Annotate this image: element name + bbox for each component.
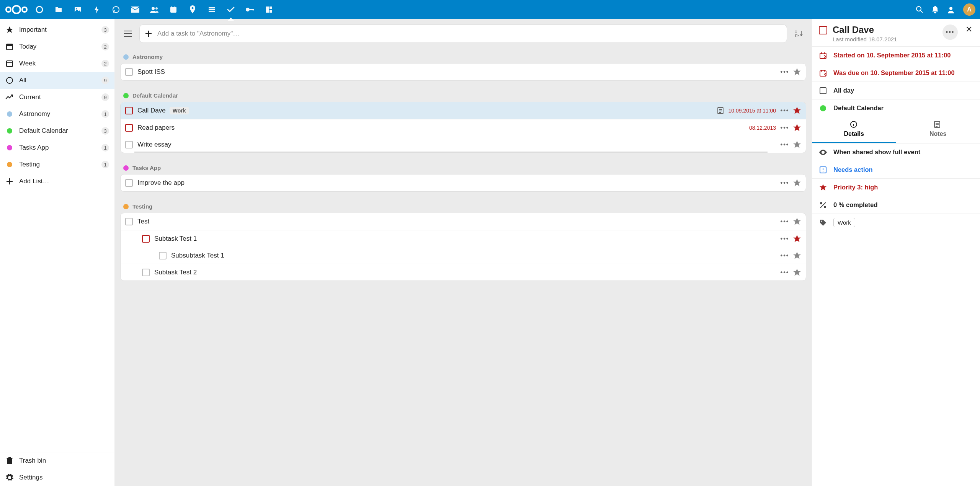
sidebar-all[interactable]: All 9 <box>0 72 114 89</box>
detail-checkbox[interactable] <box>819 26 827 34</box>
task-checkbox[interactable] <box>142 235 150 243</box>
task-row[interactable]: Subtask Test 2••• <box>121 264 806 281</box>
svg-rect-27 <box>7 44 13 46</box>
task-more-icon[interactable]: ••• <box>779 269 791 276</box>
tab-notes[interactable]: Notes <box>896 117 980 143</box>
sidebar-add-list[interactable]: Add List… <box>0 173 114 190</box>
notifications-icon[interactable] <box>932 6 939 13</box>
task-star-icon[interactable] <box>791 140 804 149</box>
task-more-icon[interactable]: ••• <box>779 179 791 186</box>
task-star-icon[interactable] <box>791 124 804 132</box>
sidebar-list-testing[interactable]: Testing 1 <box>0 156 114 173</box>
task-more-icon[interactable]: ••• <box>779 68 791 75</box>
sidebar-today[interactable]: Today 2 <box>0 38 114 55</box>
search-icon[interactable] <box>916 6 923 13</box>
sort-icon[interactable]: AZ <box>791 26 806 41</box>
mail-icon[interactable] <box>131 5 139 14</box>
task-star-icon[interactable] <box>791 235 804 243</box>
task-row[interactable]: Test••• <box>121 213 806 230</box>
task-checkbox[interactable] <box>125 107 133 114</box>
files-icon[interactable] <box>54 5 63 14</box>
task-checkbox[interactable] <box>142 269 150 276</box>
task-row[interactable]: Subsubtask Test 1••• <box>121 247 806 264</box>
detail-start-row[interactable]: Started on 10. September 2015 at 11:00 <box>812 46 980 64</box>
sidebar-important[interactable]: Important 3 <box>0 21 114 38</box>
detail-tags-row[interactable]: Work <box>812 214 980 231</box>
sidebar-list-astronomy[interactable]: Astronomy 1 <box>0 106 114 122</box>
detail-share-row[interactable]: When shared show full event <box>812 143 980 161</box>
svg-point-41 <box>821 220 822 222</box>
task-checkbox[interactable] <box>125 68 133 76</box>
contacts-icon[interactable] <box>150 5 158 14</box>
nextcloud-logo[interactable] <box>5 3 28 16</box>
task-row[interactable]: Call Dave Work10.09.2015 at 11:00••• <box>121 102 806 119</box>
sidebar-current[interactable]: Current 9 <box>0 89 114 106</box>
sidebar-week[interactable]: Week 2 <box>0 55 114 72</box>
task-more-icon[interactable]: ••• <box>779 235 791 242</box>
detail-calendar-row[interactable]: Default Calendar <box>812 99 980 117</box>
tasks-icon[interactable] <box>227 5 235 14</box>
group-name: Astronomy <box>132 54 163 60</box>
sidebar-list-tasksapp[interactable]: Tasks App 1 <box>0 139 114 156</box>
task-star-icon[interactable] <box>791 268 804 277</box>
sidebar-label: Settings <box>19 474 109 481</box>
detail-status-row[interactable]: Needs action <box>812 161 980 178</box>
contacts-menu-icon[interactable] <box>947 6 955 13</box>
task-star-icon[interactable] <box>791 251 804 260</box>
group-header[interactable]: Astronomy <box>120 54 806 63</box>
sidebar-list-default[interactable]: Default Calendar 3 <box>0 122 114 139</box>
calendar-icon[interactable] <box>169 5 178 14</box>
photos-icon[interactable] <box>74 5 82 14</box>
task-row[interactable]: Subtask Test 1••• <box>121 230 806 247</box>
add-task-input[interactable] <box>157 30 781 38</box>
dashboard-icon[interactable] <box>35 5 44 14</box>
task-star-icon[interactable] <box>791 106 804 115</box>
group-header[interactable]: Tasks App <box>120 165 806 174</box>
deck-icon[interactable] <box>207 5 216 14</box>
task-more-icon[interactable]: ••• <box>779 124 791 131</box>
svg-point-3 <box>36 7 42 13</box>
more-app-icon[interactable] <box>265 5 273 14</box>
task-checkbox[interactable] <box>125 179 133 187</box>
detail-more-button[interactable]: ••• <box>942 24 958 40</box>
task-row[interactable]: Write essay••• <box>121 136 806 153</box>
detail-tag-chip[interactable]: Work <box>833 218 855 227</box>
tab-details[interactable]: Details <box>812 117 896 143</box>
task-star-icon[interactable] <box>791 217 804 226</box>
sidebar-trash[interactable]: Trash bin <box>0 452 114 469</box>
task-row[interactable]: Spott ISS••• <box>121 64 806 80</box>
task-checkbox[interactable] <box>125 141 133 148</box>
activity-icon[interactable] <box>93 5 101 14</box>
hamburger-icon[interactable] <box>120 26 136 41</box>
detail-priority-row[interactable]: Priority 3: high <box>812 178 980 196</box>
task-checkbox[interactable] <box>125 124 133 132</box>
group-header[interactable]: Testing <box>120 203 806 213</box>
task-star-icon[interactable] <box>791 68 804 76</box>
task-more-icon[interactable]: ••• <box>779 218 791 225</box>
talk-icon[interactable] <box>112 5 120 14</box>
detail-percent-row[interactable]: 0 % completed <box>812 196 980 214</box>
task-row[interactable]: Read papers08.12.2013••• <box>121 119 806 136</box>
task-checkbox[interactable] <box>159 252 167 259</box>
group-header[interactable]: Default Calendar <box>120 92 806 102</box>
detail-due-row[interactable]: Was due on 10. September 2015 at 11:00 <box>812 64 980 82</box>
sidebar-settings[interactable]: Settings <box>0 469 114 486</box>
task-more-icon[interactable]: ••• <box>779 252 791 259</box>
gear-icon <box>5 473 14 482</box>
detail-allday-row[interactable]: All day <box>812 82 980 99</box>
count-badge: 2 <box>101 60 109 67</box>
svg-rect-35 <box>820 88 826 94</box>
task-star-icon[interactable] <box>791 179 804 187</box>
notes-icon <box>934 121 942 129</box>
task-row[interactable]: Improve the app••• <box>121 175 806 191</box>
task-more-icon[interactable]: ••• <box>779 141 791 148</box>
count-badge: 1 <box>101 110 109 118</box>
close-icon[interactable]: ✕ <box>963 24 975 34</box>
task-more-icon[interactable]: ••• <box>779 107 791 114</box>
add-task-input-wrap[interactable] <box>139 24 787 43</box>
passwords-icon[interactable] <box>246 5 254 14</box>
task-due: 10.09.2015 at 11:00 <box>728 108 776 114</box>
task-checkbox[interactable] <box>125 218 133 225</box>
user-avatar[interactable]: A <box>963 3 975 16</box>
maps-icon[interactable] <box>188 5 197 14</box>
